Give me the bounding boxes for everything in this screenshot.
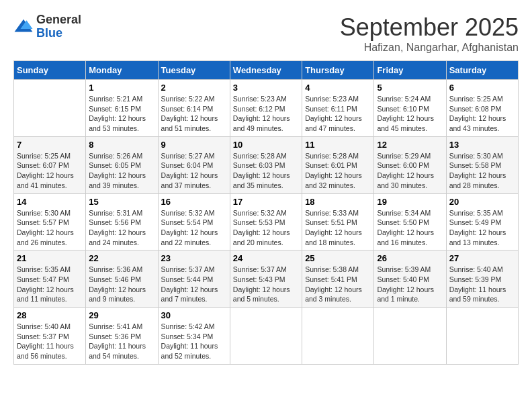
day-info: Sunrise: 5:21 AM Sunset: 6:15 PM Dayligh… <box>89 94 154 134</box>
calendar-week-row: 14Sunrise: 5:30 AM Sunset: 5:57 PM Dayli… <box>14 193 519 250</box>
page-header: General Blue September 2025 Hafizan, Nan… <box>13 13 519 54</box>
calendar-cell: 30Sunrise: 5:42 AM Sunset: 5:34 PM Dayli… <box>158 308 230 365</box>
day-number: 13 <box>449 140 515 150</box>
calendar-cell <box>302 308 374 365</box>
day-info: Sunrise: 5:24 AM Sunset: 6:10 PM Dayligh… <box>377 94 443 134</box>
calendar-cell <box>374 308 446 365</box>
month-title: September 2025 <box>340 13 519 42</box>
calendar-cell <box>14 80 86 137</box>
calendar-week-row: 1Sunrise: 5:21 AM Sunset: 6:15 PM Daylig… <box>14 80 519 137</box>
day-number: 25 <box>305 253 371 263</box>
day-info: Sunrise: 5:31 AM Sunset: 5:56 PM Dayligh… <box>89 208 154 248</box>
logo-icon <box>13 17 34 37</box>
day-info: Sunrise: 5:35 AM Sunset: 5:49 PM Dayligh… <box>449 208 515 248</box>
day-number: 23 <box>161 253 227 263</box>
day-info: Sunrise: 5:28 AM Sunset: 6:01 PM Dayligh… <box>305 151 371 191</box>
calendar-cell: 12Sunrise: 5:29 AM Sunset: 6:00 PM Dayli… <box>374 136 446 193</box>
logo-text: General Blue <box>36 13 81 40</box>
day-number: 1 <box>89 83 154 93</box>
day-of-week-header: Thursday <box>302 61 374 80</box>
day-number: 17 <box>233 197 299 207</box>
calendar-table: SundayMondayTuesdayWednesdayThursdayFrid… <box>13 60 519 365</box>
calendar-cell: 1Sunrise: 5:21 AM Sunset: 6:15 PM Daylig… <box>86 80 158 137</box>
day-info: Sunrise: 5:37 AM Sunset: 5:44 PM Dayligh… <box>161 265 227 304</box>
day-number: 7 <box>17 140 83 150</box>
day-info: Sunrise: 5:23 AM Sunset: 6:12 PM Dayligh… <box>233 94 299 134</box>
day-number: 19 <box>377 197 443 207</box>
day-of-week-header: Tuesday <box>158 61 230 80</box>
calendar-cell: 26Sunrise: 5:39 AM Sunset: 5:40 PM Dayli… <box>374 250 446 308</box>
day-number: 3 <box>233 83 299 93</box>
logo: General Blue <box>13 13 81 40</box>
day-info: Sunrise: 5:26 AM Sunset: 6:05 PM Dayligh… <box>89 151 154 191</box>
day-number: 2 <box>161 83 227 93</box>
calendar-cell <box>230 308 302 365</box>
calendar-cell: 24Sunrise: 5:37 AM Sunset: 5:43 PM Dayli… <box>230 250 302 308</box>
day-of-week-header: Saturday <box>446 61 518 80</box>
day-info: Sunrise: 5:32 AM Sunset: 5:54 PM Dayligh… <box>161 208 227 248</box>
day-number: 15 <box>89 197 154 207</box>
calendar-cell: 21Sunrise: 5:35 AM Sunset: 5:47 PM Dayli… <box>14 250 86 308</box>
day-number: 8 <box>89 140 154 150</box>
day-info: Sunrise: 5:28 AM Sunset: 6:03 PM Dayligh… <box>233 151 299 191</box>
day-info: Sunrise: 5:37 AM Sunset: 5:43 PM Dayligh… <box>233 265 299 304</box>
calendar-cell: 17Sunrise: 5:32 AM Sunset: 5:53 PM Dayli… <box>230 193 302 250</box>
day-number: 16 <box>161 197 227 207</box>
calendar-cell: 25Sunrise: 5:38 AM Sunset: 5:41 PM Dayli… <box>302 250 374 308</box>
day-info: Sunrise: 5:22 AM Sunset: 6:14 PM Dayligh… <box>161 94 227 134</box>
calendar-cell: 14Sunrise: 5:30 AM Sunset: 5:57 PM Dayli… <box>14 193 86 250</box>
day-number: 24 <box>233 253 299 263</box>
calendar-week-row: 7Sunrise: 5:25 AM Sunset: 6:07 PM Daylig… <box>14 136 519 193</box>
title-area: September 2025 Hafizan, Nangarhar, Afgha… <box>340 13 519 54</box>
day-info: Sunrise: 5:36 AM Sunset: 5:46 PM Dayligh… <box>89 265 154 304</box>
calendar-body: 1Sunrise: 5:21 AM Sunset: 6:15 PM Daylig… <box>14 80 519 365</box>
day-number: 20 <box>449 197 515 207</box>
calendar-cell: 6Sunrise: 5:25 AM Sunset: 6:08 PM Daylig… <box>446 80 518 137</box>
calendar-cell: 18Sunrise: 5:33 AM Sunset: 5:51 PM Dayli… <box>302 193 374 250</box>
calendar-cell: 11Sunrise: 5:28 AM Sunset: 6:01 PM Dayli… <box>302 136 374 193</box>
day-number: 29 <box>89 310 154 320</box>
day-info: Sunrise: 5:32 AM Sunset: 5:53 PM Dayligh… <box>233 208 299 248</box>
day-number: 4 <box>305 83 371 93</box>
day-info: Sunrise: 5:25 AM Sunset: 6:08 PM Dayligh… <box>449 94 515 134</box>
logo-general: General <box>36 13 81 27</box>
day-of-week-header: Sunday <box>14 61 86 80</box>
calendar-cell: 13Sunrise: 5:30 AM Sunset: 5:58 PM Dayli… <box>446 136 518 193</box>
day-number: 18 <box>305 197 371 207</box>
day-info: Sunrise: 5:42 AM Sunset: 5:34 PM Dayligh… <box>161 322 227 361</box>
calendar-cell: 5Sunrise: 5:24 AM Sunset: 6:10 PM Daylig… <box>374 80 446 137</box>
day-info: Sunrise: 5:33 AM Sunset: 5:51 PM Dayligh… <box>305 208 371 248</box>
day-number: 14 <box>17 197 83 207</box>
day-of-week-header: Wednesday <box>230 61 302 80</box>
calendar-week-row: 21Sunrise: 5:35 AM Sunset: 5:47 PM Dayli… <box>14 250 519 308</box>
calendar-header: SundayMondayTuesdayWednesdayThursdayFrid… <box>14 61 519 80</box>
calendar-cell: 7Sunrise: 5:25 AM Sunset: 6:07 PM Daylig… <box>14 136 86 193</box>
day-info: Sunrise: 5:40 AM Sunset: 5:39 PM Dayligh… <box>449 265 515 304</box>
day-info: Sunrise: 5:27 AM Sunset: 6:04 PM Dayligh… <box>161 151 227 191</box>
calendar-cell: 15Sunrise: 5:31 AM Sunset: 5:56 PM Dayli… <box>86 193 158 250</box>
calendar-cell: 8Sunrise: 5:26 AM Sunset: 6:05 PM Daylig… <box>86 136 158 193</box>
calendar-cell: 22Sunrise: 5:36 AM Sunset: 5:46 PM Dayli… <box>86 250 158 308</box>
calendar-cell: 23Sunrise: 5:37 AM Sunset: 5:44 PM Dayli… <box>158 250 230 308</box>
calendar-cell: 2Sunrise: 5:22 AM Sunset: 6:14 PM Daylig… <box>158 80 230 137</box>
calendar-cell: 27Sunrise: 5:40 AM Sunset: 5:39 PM Dayli… <box>446 250 518 308</box>
day-info: Sunrise: 5:25 AM Sunset: 6:07 PM Dayligh… <box>17 151 83 191</box>
calendar-cell: 28Sunrise: 5:40 AM Sunset: 5:37 PM Dayli… <box>14 308 86 365</box>
day-number: 30 <box>161 310 227 320</box>
day-info: Sunrise: 5:41 AM Sunset: 5:36 PM Dayligh… <box>89 322 154 361</box>
day-number: 12 <box>377 140 443 150</box>
day-info: Sunrise: 5:35 AM Sunset: 5:47 PM Dayligh… <box>17 265 83 304</box>
day-number: 5 <box>377 83 443 93</box>
calendar-cell: 16Sunrise: 5:32 AM Sunset: 5:54 PM Dayli… <box>158 193 230 250</box>
day-number: 9 <box>161 140 227 150</box>
day-number: 22 <box>89 253 154 263</box>
calendar-cell: 19Sunrise: 5:34 AM Sunset: 5:50 PM Dayli… <box>374 193 446 250</box>
day-number: 26 <box>377 253 443 263</box>
header-row: SundayMondayTuesdayWednesdayThursdayFrid… <box>14 61 519 80</box>
calendar-cell: 9Sunrise: 5:27 AM Sunset: 6:04 PM Daylig… <box>158 136 230 193</box>
calendar-cell: 29Sunrise: 5:41 AM Sunset: 5:36 PM Dayli… <box>86 308 158 365</box>
calendar-cell <box>446 308 518 365</box>
calendar-week-row: 28Sunrise: 5:40 AM Sunset: 5:37 PM Dayli… <box>14 308 519 365</box>
day-number: 6 <box>449 83 515 93</box>
day-info: Sunrise: 5:30 AM Sunset: 5:57 PM Dayligh… <box>17 208 83 248</box>
